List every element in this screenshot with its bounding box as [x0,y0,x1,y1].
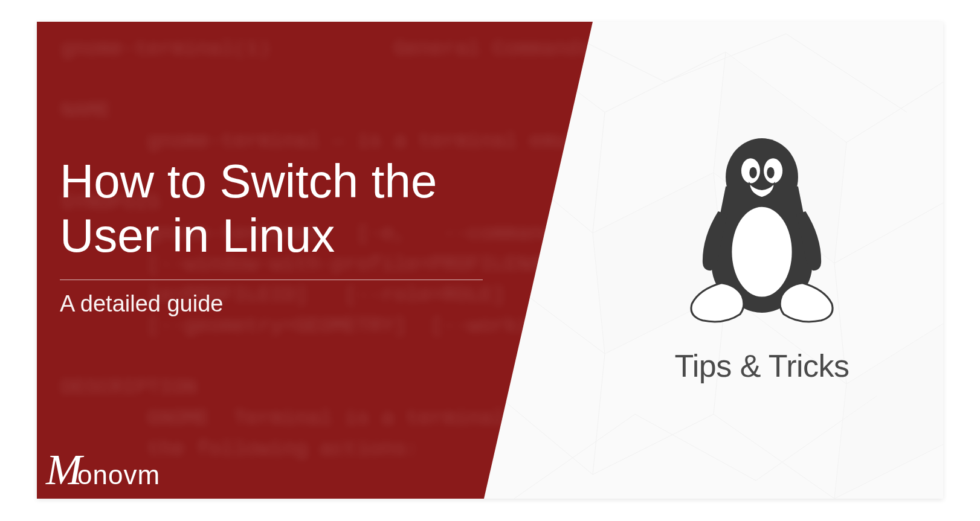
svg-point-7 [749,167,756,179]
brand-logo: M onovm [46,445,160,495]
subtitle: A detailed guide [60,291,519,317]
linux-tux-icon [680,136,843,326]
title-divider [60,280,483,280]
main-title: How to Switch the User in Linux [60,155,519,263]
title-block: How to Switch the User in Linux A detail… [60,155,519,317]
logo-letter: M [46,445,81,495]
svg-point-8 [767,167,774,179]
right-content: Tips & Tricks [581,22,943,499]
promo-banner: gnome-terminal(1) General Commands Manua… [37,22,943,499]
tagline: Tips & Tricks [674,348,849,384]
logo-text: onovm [77,460,160,490]
svg-point-4 [732,207,791,297]
